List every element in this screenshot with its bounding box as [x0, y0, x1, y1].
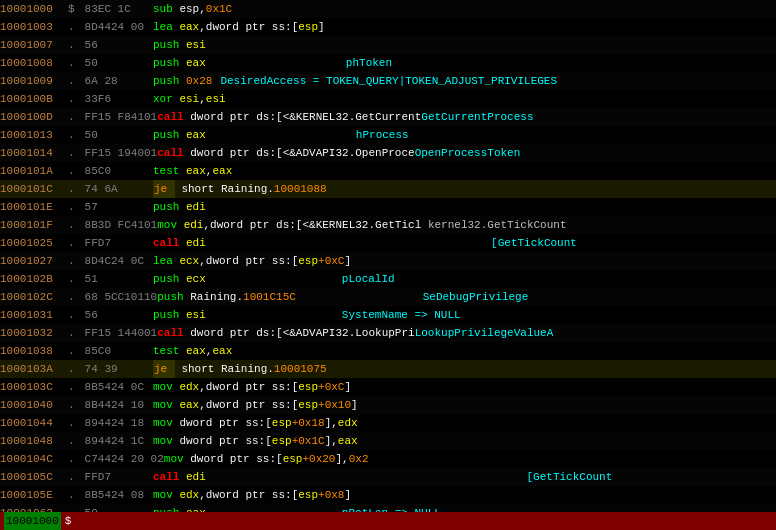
table-row[interactable]: 1000100D . FF15 F84101 call dword ptr ds…: [0, 108, 776, 126]
main-container: 10001000 $ 83EC 1C sub esp,0x1C 10001003…: [0, 0, 776, 530]
table-row[interactable]: 1000100B . 33F6 xor esi,esi: [0, 90, 776, 108]
table-row[interactable]: 10001027 . 8D4C24 0C lea ecx,dword ptr s…: [0, 252, 776, 270]
table-row[interactable]: 1000102C . 68 5CC10110 push Raining.1001…: [0, 288, 776, 306]
status-addr: 10001000: [4, 512, 61, 530]
table-row[interactable]: 10001009 . 6A 28 push 0x28 DesiredAccess…: [0, 72, 776, 90]
table-row[interactable]: 1000101F . 8B3D FC4101 mov edi,dword ptr…: [0, 216, 776, 234]
table-row[interactable]: 10001014 . FF15 194001 call dword ptr ds…: [0, 144, 776, 162]
address: 10001000: [0, 0, 68, 18]
table-row[interactable]: 1000103C . 8B5424 0C mov edx,dword ptr s…: [0, 378, 776, 396]
table-row[interactable]: 10001031 . 56 push esi SystemName => NUL…: [0, 306, 776, 324]
disassembly-view[interactable]: 10001000 $ 83EC 1C sub esp,0x1C 10001003…: [0, 0, 776, 530]
table-row[interactable]: 1000105E . 8B5424 08 mov edx,dword ptr s…: [0, 486, 776, 504]
table-row[interactable]: 1000101E . 57 push edi: [0, 198, 776, 216]
table-row[interactable]: 10001040 . 8B4424 10 mov eax,dword ptr s…: [0, 396, 776, 414]
table-row[interactable]: 1000104C . C74424 20 02 mov dword ptr ss…: [0, 450, 776, 468]
table-row[interactable]: 10001044 . 894424 18 mov dword ptr ss:[e…: [0, 414, 776, 432]
table-row[interactable]: 10001025 . FFD7 call edi [GetTickCount: [0, 234, 776, 252]
table-row[interactable]: 10001013 . 50 push eax hProcess: [0, 126, 776, 144]
status-bar: 10001000 $: [0, 512, 776, 530]
table-row[interactable]: 10001000 $ 83EC 1C sub esp,0x1C: [0, 0, 776, 18]
table-row[interactable]: 1000101C . 74 6A je short Raining.100010…: [0, 180, 776, 198]
table-row[interactable]: 10001008 . 50 push eax phToken: [0, 54, 776, 72]
table-row[interactable]: 10001003 . 8D4424 00 lea eax,dword ptr s…: [0, 18, 776, 36]
table-row[interactable]: 1000102B . 51 push ecx pLocalId: [0, 270, 776, 288]
table-row[interactable]: 10001007 . 56 push esi: [0, 36, 776, 54]
table-row[interactable]: 1000101A . 85C0 test eax,eax: [0, 162, 776, 180]
table-row[interactable]: 1000105C . FFD7 call edi [GetTickCount: [0, 468, 776, 486]
table-row[interactable]: 10001038 . 85C0 test eax,eax: [0, 342, 776, 360]
table-row[interactable]: 10001032 . FF15 144001 call dword ptr ds…: [0, 324, 776, 342]
table-row[interactable]: 10001048 . 894424 1C mov dword ptr ss:[e…: [0, 432, 776, 450]
table-row[interactable]: 1000103A . 74 39 je short Raining.100010…: [0, 360, 776, 378]
